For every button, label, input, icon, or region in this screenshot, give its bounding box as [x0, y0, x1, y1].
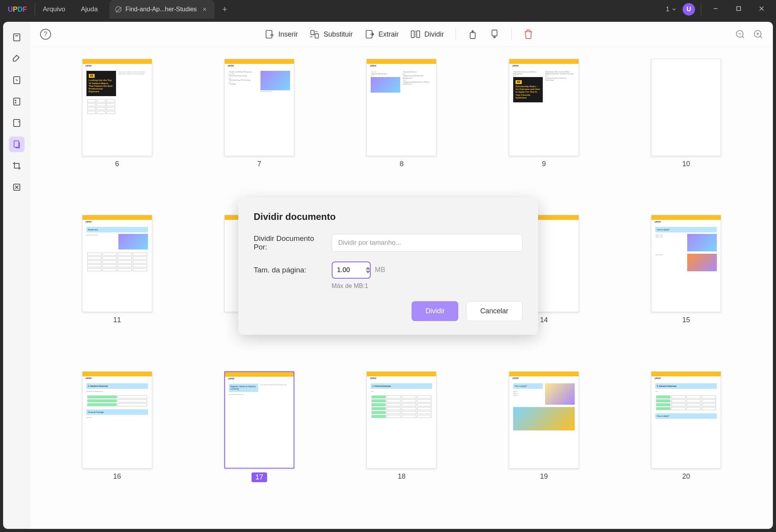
user-avatar[interactable]: U — [683, 3, 695, 16]
close-icon — [759, 6, 764, 11]
stepper-down[interactable] — [366, 270, 370, 274]
new-tab-button[interactable]: + — [215, 4, 235, 14]
page-thumb[interactable]: UPDF • Naval Architecture and Marine Eng… — [509, 59, 579, 203]
sidebar-edit[interactable] — [9, 72, 25, 88]
sidebar-watermark[interactable] — [9, 179, 25, 195]
page-size-label: Tam. da página: — [254, 266, 324, 274]
svg-marker-31 — [366, 267, 370, 269]
svg-line-25 — [742, 36, 744, 38]
separator — [511, 28, 512, 40]
rotate-right-button[interactable] — [489, 29, 500, 39]
zoom-in-button[interactable] — [753, 29, 763, 39]
title-bar: UPDF Arquivo Ajuda Find-and-Ap...her-Stu… — [0, 0, 776, 19]
zoom-in-icon — [753, 29, 763, 39]
close-button[interactable] — [753, 2, 770, 17]
max-hint: Máx de MB:1 — [332, 283, 523, 290]
svg-rect-20 — [417, 31, 420, 37]
svg-line-28 — [760, 36, 762, 38]
chevron-down-icon — [671, 7, 677, 12]
delete-button[interactable] — [523, 29, 533, 39]
rotate-right-icon — [489, 29, 500, 39]
svg-rect-13 — [266, 30, 272, 38]
cancel-button[interactable]: Cancelar — [466, 301, 522, 321]
svg-rect-11 — [14, 141, 19, 147]
help-button[interactable]: ? — [40, 29, 51, 40]
tab-title: Find-and-Ap...her-Studies — [125, 6, 197, 13]
stepper-up[interactable] — [366, 266, 370, 270]
svg-marker-32 — [366, 270, 370, 273]
svg-rect-10 — [14, 119, 20, 126]
reader-icon — [12, 33, 21, 42]
sidebar-organize[interactable] — [9, 137, 25, 152]
page-thumb[interactable]: UPDF 5. Harvard UniversitytextHow to App… — [651, 371, 721, 517]
svg-rect-23 — [492, 30, 497, 36]
page-thumb[interactable]: 10 — [651, 59, 721, 203]
svg-rect-16 — [311, 30, 314, 35]
menu-help[interactable]: Ajuda — [73, 5, 106, 13]
edit-icon — [12, 75, 21, 85]
minimize-button[interactable] — [707, 2, 724, 17]
pages-icon — [12, 140, 21, 149]
svg-rect-22 — [470, 33, 475, 39]
modal-title: Dividir documento — [254, 211, 523, 222]
split-confirm-button[interactable]: Dividir — [412, 301, 458, 321]
sidebar — [3, 22, 30, 529]
sidebar-comment[interactable] — [9, 51, 25, 67]
sidebar-form[interactable] — [9, 94, 25, 109]
split-by-select[interactable]: Dividir por tamanho... — [332, 234, 523, 252]
insert-icon — [264, 29, 275, 39]
split-icon — [410, 29, 421, 39]
app-logo: UPDF — [0, 5, 35, 14]
maximize-button[interactable] — [730, 2, 747, 17]
page-thumb[interactable]: UPDF 2. Stanford UniversityStanford Unde… — [82, 371, 152, 517]
page-thumb[interactable]: UPDF How to Apply?Step 1Step 2Step 3 19 — [509, 371, 579, 517]
zoom-out-button[interactable] — [735, 29, 745, 39]
trash-icon — [523, 29, 533, 39]
page-thumb[interactable]: UPDF Header texttext text text text 11 — [82, 215, 152, 359]
sidebar-reader[interactable] — [9, 30, 25, 45]
svg-point-8 — [15, 100, 16, 101]
watermark-icon — [12, 183, 21, 192]
page-thumb[interactable]: UPDF 03Looking Into the Top 10 Subject M… — [82, 59, 152, 203]
replace-icon — [310, 29, 320, 39]
unit-label: MB — [375, 266, 385, 274]
divider — [701, 4, 701, 15]
page-size-input[interactable] — [332, 262, 371, 279]
svg-rect-7 — [14, 98, 20, 105]
form-icon — [12, 97, 21, 106]
sidebar-protect[interactable] — [9, 115, 25, 131]
extract-icon — [364, 29, 375, 39]
replace-button[interactable]: Substituir — [310, 29, 353, 39]
split-button[interactable]: Dividir — [410, 29, 444, 39]
split-modal: Dividir documento Dividir Documento Por:… — [238, 198, 538, 335]
insert-button[interactable]: Inserir — [264, 29, 298, 39]
sidebar-crop[interactable] — [9, 158, 25, 174]
page-indicator[interactable]: 1 — [666, 6, 677, 13]
extract-button[interactable]: Extrair — [364, 29, 399, 39]
tab-close-button[interactable]: × — [201, 5, 209, 14]
rotate-left-button[interactable] — [468, 29, 478, 39]
svg-point-9 — [15, 102, 16, 103]
highlighter-icon — [12, 54, 21, 63]
toolbar: ? Inserir Substituir Extrair Dividir — [30, 22, 773, 47]
svg-rect-4 — [14, 34, 20, 41]
zoom-out-icon — [735, 29, 745, 39]
shield-icon — [12, 118, 21, 128]
crop-icon — [12, 161, 21, 170]
page-thumb[interactable]: UPDF • Health and Medical Preparatortext… — [224, 59, 294, 203]
menu-file[interactable]: Arquivo — [35, 5, 73, 13]
separator — [456, 28, 456, 40]
svg-rect-1 — [737, 7, 741, 11]
page-thumb[interactable]: UPDF Eligibility Criteria for Stanford U… — [224, 371, 294, 517]
page-thumb[interactable]: UPDF text text• Applied Mathematicstext•… — [366, 59, 436, 203]
page-thumb[interactable]: UPDF How to Apply?Step 1 textStep 2 text… — [651, 215, 721, 359]
maximize-icon — [736, 6, 741, 11]
svg-rect-17 — [315, 34, 318, 38]
rotate-left-icon — [468, 29, 478, 39]
svg-rect-19 — [411, 31, 414, 37]
minimize-icon — [713, 6, 718, 11]
split-by-label: Dividir Documento Por: — [254, 234, 324, 251]
tab-doc-icon — [115, 6, 121, 12]
page-thumb[interactable]: UPDF 4. Oxford Universitytext 18 — [366, 371, 436, 517]
document-tab[interactable]: Find-and-Ap...her-Studies × — [109, 0, 215, 19]
